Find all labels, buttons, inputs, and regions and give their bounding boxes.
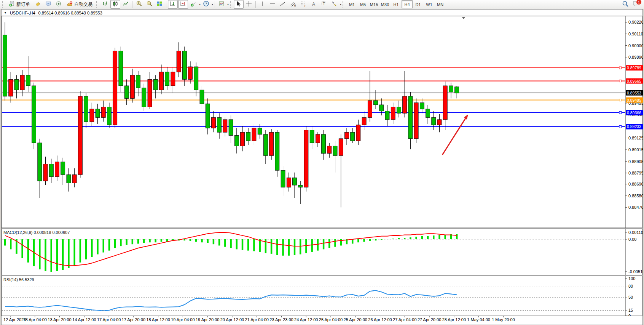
cursor-button[interactable]: [234, 0, 244, 9]
tile-windows-button[interactable]: [155, 0, 164, 9]
chart-shift-icon: [180, 1, 186, 8]
candle: [211, 117, 215, 128]
horizontal-line-icon: [269, 1, 276, 8]
chat-button[interactable]: 1: [632, 0, 640, 8]
price-badge-label: 0.89665: [627, 79, 641, 83]
candle: [32, 86, 36, 143]
candle: [142, 88, 146, 107]
price-level-handle[interactable]: [619, 99, 622, 101]
toolbar-separator: [215, 1, 215, 8]
candle: [432, 117, 436, 125]
auto-trading-button[interactable]: 自动交易: [64, 0, 95, 9]
trendline-icon: [280, 1, 286, 8]
periods-button[interactable]: [201, 0, 211, 9]
candle: [124, 86, 129, 98]
price-tick-label: 0.90110: [628, 32, 643, 36]
timeframe-button-w1[interactable]: W1: [424, 0, 435, 8]
line-chart-button[interactable]: [121, 0, 131, 9]
indicators-button[interactable]: [188, 0, 198, 9]
signal-button[interactable]: [54, 0, 64, 9]
timeframe-button-m15[interactable]: M15: [368, 0, 379, 8]
price-badge-label: 0.89485: [627, 98, 641, 102]
candlestick-chart-icon: [112, 1, 118, 8]
candle: [287, 178, 291, 187]
text-label-button[interactable]: T: [319, 0, 329, 9]
equidistant-channel-button[interactable]: E: [288, 0, 298, 9]
candle: [20, 75, 24, 90]
arrows-button[interactable]: [329, 0, 339, 9]
macd-tick-label: 0.00: [628, 237, 636, 242]
text-button[interactable]: A: [309, 0, 319, 9]
price-level-handle[interactable]: [619, 67, 622, 69]
new-order-button[interactable]: 新订单: [6, 0, 33, 9]
crosshair-button[interactable]: [244, 0, 254, 9]
collapse-arrow-icon[interactable]: ▼: [4, 11, 7, 14]
auto-scroll-icon: [170, 1, 176, 8]
bar-chart-button[interactable]: [100, 0, 110, 9]
time-label: 27 Apr 04:00: [393, 317, 416, 322]
candle: [206, 104, 210, 128]
toolbar-gripper[interactable]: [96, 1, 98, 8]
price-tick-label: 0.90000: [628, 43, 643, 48]
toolbar-gripper[interactable]: [2, 1, 4, 8]
candle: [55, 162, 59, 177]
fibonacci-button[interactable]: F: [298, 0, 308, 9]
candle: [298, 185, 303, 187]
timeframe-button-m5[interactable]: M5: [357, 0, 368, 8]
candle: [67, 175, 71, 183]
candle: [379, 105, 384, 111]
svg-text:E: E: [294, 4, 296, 7]
timeframe-button-mn[interactable]: MN: [435, 0, 446, 8]
periods-dropdown-arrow[interactable]: ▾: [212, 3, 213, 6]
rsi-label: RSI(14) 56.5329: [3, 277, 34, 282]
candle: [223, 120, 227, 132]
toolbar-separator: [132, 1, 132, 8]
chart-window-button[interactable]: [43, 0, 53, 9]
timeframe-button-m30[interactable]: M30: [379, 0, 391, 8]
macd-tick-label: 0.001102: [628, 230, 643, 235]
templates-button[interactable]: [217, 0, 226, 9]
candle: [322, 134, 326, 154]
candle: [49, 164, 53, 176]
horizontal-line-button[interactable]: [268, 0, 277, 9]
market-watch-button[interactable]: [33, 0, 43, 9]
timeframe-button-h4[interactable]: H4: [402, 0, 413, 8]
zoom-out-button[interactable]: [144, 0, 154, 9]
candle: [333, 146, 337, 155]
candle: [177, 51, 181, 72]
candle: [455, 87, 459, 93]
timeframe-button-m1[interactable]: M1: [346, 0, 357, 8]
search-icon[interactable]: [622, 0, 629, 9]
toolbar-gripper[interactable]: [230, 1, 232, 8]
new-order-icon: [9, 1, 15, 8]
svg-text:F: F: [304, 4, 306, 7]
candlestick-chart-button[interactable]: [110, 0, 120, 9]
svg-text:A: A: [312, 1, 315, 6]
indicators-dropdown-arrow[interactable]: ▾: [199, 3, 201, 6]
toolbar-gripper[interactable]: [343, 1, 344, 8]
trendline-button[interactable]: [278, 0, 288, 9]
chart-shift-button[interactable]: [178, 0, 188, 9]
candle: [200, 90, 204, 104]
vertical-line-button[interactable]: [257, 0, 267, 9]
price-level-handle[interactable]: [619, 125, 622, 128]
price-level-handle[interactable]: [619, 80, 622, 82]
chart-canvas[interactable]: 0.902200.901100.900000.898900.894550.893…: [1, 9, 643, 325]
price-level-handle[interactable]: [619, 112, 622, 114]
candle: [26, 75, 30, 86]
candle: [310, 130, 314, 143]
zoom-in-button[interactable]: [134, 0, 144, 9]
templates-dropdown-arrow[interactable]: ▾: [227, 3, 229, 6]
text-label-icon: T: [321, 1, 327, 8]
timeframe-button-h1[interactable]: H1: [391, 0, 402, 8]
price-tick-label: 0.88580: [628, 194, 643, 198]
arrows-dropdown-arrow[interactable]: ▾: [340, 3, 341, 6]
candle: [119, 51, 123, 86]
auto-scroll-button[interactable]: [168, 0, 178, 9]
line-chart-icon: [123, 1, 129, 8]
time-label: 28 Apr 12:00: [442, 317, 466, 322]
candle: [246, 132, 250, 141]
candle: [130, 75, 134, 98]
candle: [165, 72, 169, 86]
timeframe-button-d1[interactable]: D1: [413, 0, 424, 8]
